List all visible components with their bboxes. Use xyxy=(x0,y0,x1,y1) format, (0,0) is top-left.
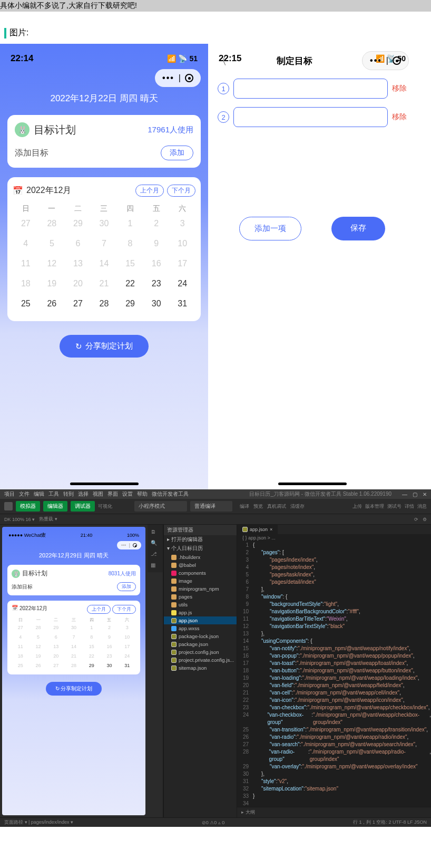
calendar-day[interactable]: 26 xyxy=(30,661,47,670)
calendar-day[interactable]: 17 xyxy=(118,642,136,651)
code-line[interactable]: 13}, xyxy=(239,630,431,638)
calendar-day[interactable]: 7 xyxy=(65,632,83,642)
menu-dots-icon[interactable]: ••• xyxy=(162,73,174,83)
code-line[interactable]: 33} xyxy=(239,793,431,800)
debugger-button[interactable]: 调试器 xyxy=(71,501,95,512)
code-line[interactable]: 30}, xyxy=(239,770,431,778)
tree-item[interactable]: miniprogram_npm xyxy=(164,585,237,593)
calendar-day[interactable]: 25 xyxy=(12,661,30,670)
code-line[interactable]: 16"van-popup": "./miniprogram_npm/@vant/… xyxy=(239,652,431,660)
calendar-day[interactable]: 16 xyxy=(101,642,119,651)
calendar-day[interactable]: 26 xyxy=(39,294,65,314)
editor-tab[interactable]: app.json × xyxy=(237,525,278,534)
calendar-day[interactable]: 28 xyxy=(39,214,65,234)
minimize-icon[interactable]: — xyxy=(402,491,407,497)
menu-item[interactable]: 编辑 xyxy=(34,491,44,497)
sim-capsule[interactable]: •••| xyxy=(117,541,141,549)
toolbar-action[interactable]: 详情 xyxy=(405,503,414,510)
target-icon[interactable] xyxy=(393,56,401,65)
search-icon[interactable]: 🔍 xyxy=(151,540,160,546)
close-icon[interactable]: ✕ xyxy=(423,491,427,497)
calendar-day[interactable]: 21 xyxy=(91,274,117,294)
calendar-day[interactable]: 13 xyxy=(47,642,65,651)
calendar-day[interactable]: 8 xyxy=(83,632,101,642)
code-line[interactable]: 29"van-overlay": "./miniprogram_npm/@van… xyxy=(239,763,431,770)
menu-item[interactable]: 项目 xyxy=(4,491,15,497)
sim-add-button[interactable]: 添加 xyxy=(117,582,136,591)
code-line[interactable]: 6"pages/detail/index" xyxy=(239,578,431,586)
outline-panel[interactable]: ▸ 大纲 xyxy=(237,807,431,817)
goal-input[interactable] xyxy=(233,107,388,127)
calendar-day[interactable]: 10 xyxy=(169,234,195,254)
calendar-day[interactable]: 20 xyxy=(65,274,91,294)
capsule-menu[interactable]: ••• | xyxy=(362,51,409,70)
calendar-day[interactable]: 28 xyxy=(91,294,117,314)
menu-item[interactable]: 工具 xyxy=(48,491,59,497)
calendar-day[interactable]: 25 xyxy=(13,294,39,314)
sim-prev-button[interactable]: 上个月 xyxy=(87,605,111,614)
capsule-menu[interactable]: ••• | xyxy=(155,69,201,87)
calendar-day[interactable]: 29 xyxy=(47,623,65,632)
code-line[interactable]: 26"van-radio": "./miniprogram_npm/@vant/… xyxy=(239,734,431,741)
calendar-day[interactable]: 30 xyxy=(65,623,83,632)
menu-dots-icon[interactable]: ••• xyxy=(370,56,382,65)
code-line[interactable]: 15"van-notify": "./miniprogram_npm/@vant… xyxy=(239,645,431,652)
calendar-day[interactable]: 20 xyxy=(47,651,65,661)
calendar-day[interactable]: 29 xyxy=(65,214,91,234)
calendar-day[interactable]: 31 xyxy=(118,661,136,670)
calendar-day[interactable]: 16 xyxy=(143,254,170,274)
calendar-day[interactable]: 3 xyxy=(169,214,195,234)
menu-item[interactable]: 设置 xyxy=(122,491,133,497)
calendar-day[interactable]: 18 xyxy=(12,651,30,661)
calendar-day[interactable]: 29 xyxy=(117,294,143,314)
calendar-day[interactable]: 17 xyxy=(169,254,195,274)
calendar-day[interactable]: 12 xyxy=(30,642,47,651)
calendar-day[interactable]: 11 xyxy=(13,254,39,274)
code-line[interactable]: 10"navigationBarBackgroundColor": "#fff"… xyxy=(239,608,431,615)
code-line[interactable]: 7], xyxy=(239,586,431,593)
code-line[interactable]: 31"style": "v2", xyxy=(239,778,431,785)
tree-item[interactable]: utils xyxy=(164,601,237,609)
settings-icon[interactable]: ⚙ xyxy=(423,517,427,522)
calendar-day[interactable]: 19 xyxy=(30,651,47,661)
menu-item[interactable]: 文件 xyxy=(19,491,30,497)
calendar-day[interactable]: 1 xyxy=(83,623,101,632)
code-line[interactable]: 28"van-radio-group": "./miniprogram_npm/… xyxy=(239,748,431,763)
calendar-day[interactable]: 28 xyxy=(30,623,47,632)
calendar-day[interactable]: 15 xyxy=(83,642,101,651)
code-line[interactable]: 14"usingComponents": { xyxy=(239,638,431,645)
calendar-day[interactable]: 23 xyxy=(143,274,170,294)
hot-reload[interactable]: 热重载 ▾ xyxy=(39,516,57,523)
code-line[interactable]: 25"van-transition": "./miniprogram_npm/@… xyxy=(239,726,431,734)
code-line[interactable]: 21"van-cell": "./miniprogram_npm/@vant/w… xyxy=(239,689,431,697)
simulator-phone[interactable]: ●●●●● WeChat🕸 21:40 100% •••| 2022年12月29… xyxy=(2,527,145,815)
code-line[interactable]: 20"van-field": "./miniprogram_npm/@vant/… xyxy=(239,682,431,689)
tree-item[interactable]: sitemap.json xyxy=(164,664,237,672)
calendar-day[interactable]: 9 xyxy=(143,234,170,254)
branch-icon[interactable]: ⎇ xyxy=(151,551,160,557)
toolbar-action[interactable]: 预览 xyxy=(253,504,263,509)
calendar-day[interactable]: 2 xyxy=(101,623,119,632)
calendar-day[interactable]: 12 xyxy=(39,254,65,274)
code-line[interactable]: 11"navigationBarTitleText": "Weixin", xyxy=(239,615,431,623)
calendar-day[interactable]: 4 xyxy=(13,234,39,254)
menu-dots-icon[interactable]: ••• xyxy=(121,543,126,548)
tree-item[interactable]: .hbuilderx xyxy=(164,553,237,561)
calendar-day[interactable]: 22 xyxy=(83,651,101,661)
reload-icon[interactable]: ⟳ xyxy=(414,517,418,522)
calendar-day[interactable]: 10 xyxy=(118,632,136,642)
toolbar-action[interactable]: 编译 xyxy=(240,504,249,509)
calendar-day[interactable]: 24 xyxy=(118,651,136,661)
toolbar-action[interactable]: 真机调试 xyxy=(267,504,286,509)
calendar-day[interactable]: 28 xyxy=(65,661,83,670)
target-icon[interactable] xyxy=(133,543,137,547)
visual-button[interactable]: 可视化 xyxy=(98,503,112,510)
code-line[interactable]: 9"backgroundTextStyle": "light", xyxy=(239,601,431,608)
calendar-day[interactable]: 30 xyxy=(91,214,117,234)
goal-input[interactable] xyxy=(233,79,388,99)
calendar-day[interactable]: 24 xyxy=(169,274,195,294)
tree-item[interactable]: ▾ 个人日标日历 xyxy=(164,544,237,553)
calendar-day[interactable]: 21 xyxy=(65,651,83,661)
calendar-day[interactable]: 14 xyxy=(91,254,117,274)
calendar-day[interactable]: 7 xyxy=(91,234,117,254)
